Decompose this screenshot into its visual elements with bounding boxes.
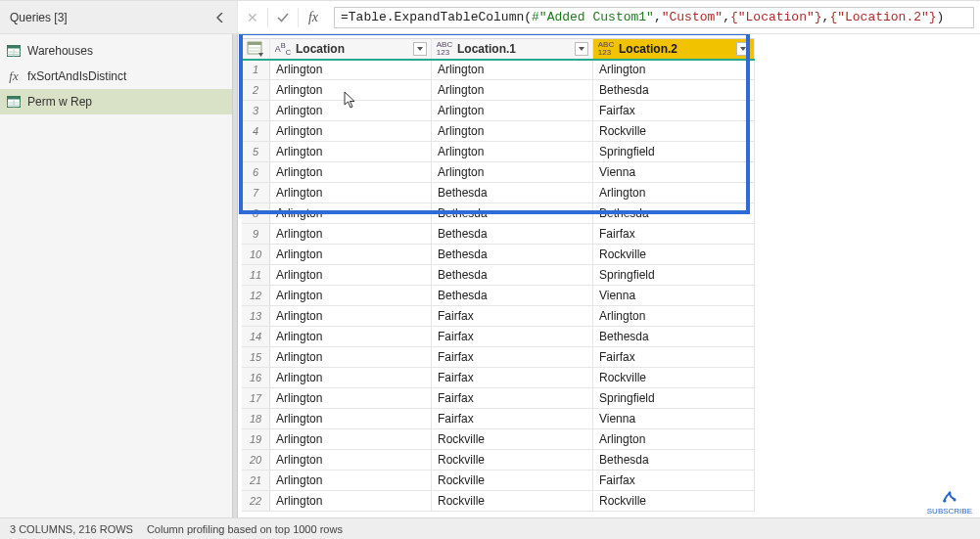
column-filter-button[interactable] [736, 42, 750, 56]
row-number[interactable]: 2 [242, 80, 270, 101]
cell[interactable]: Arlington [432, 121, 593, 142]
cell[interactable]: Springfield [592, 388, 754, 409]
cell[interactable]: Arlington [432, 80, 593, 101]
row-number[interactable]: 18 [242, 409, 270, 429]
row-number[interactable]: 16 [242, 368, 270, 388]
table-row[interactable]: 19ArlingtonRockvilleArlington [242, 429, 755, 450]
cell[interactable]: Arlington [270, 327, 432, 347]
cell[interactable]: Bethesda [592, 327, 754, 347]
table-row[interactable]: 11ArlingtonBethesdaSpringfield [242, 265, 755, 286]
cell[interactable]: Arlington [432, 60, 593, 80]
table-row[interactable]: 1ArlingtonArlingtonArlington [242, 60, 755, 80]
table-row[interactable]: 17ArlingtonFairfaxSpringfield [242, 388, 755, 409]
table-row[interactable]: 9ArlingtonBethesdaFairfax [242, 224, 755, 245]
cell[interactable]: Arlington [270, 388, 432, 409]
cell[interactable]: Arlington [270, 368, 432, 388]
query-item-2[interactable]: Perm w Rep [0, 89, 237, 114]
cell[interactable]: Bethesda [432, 286, 593, 306]
row-number[interactable]: 14 [242, 327, 270, 347]
table-row[interactable]: 7ArlingtonBethesdaArlington [242, 183, 755, 203]
cell[interactable]: Fairfax [432, 306, 593, 327]
cell[interactable]: Springfield [592, 265, 754, 286]
table-row[interactable]: 6ArlingtonArlingtonVienna [242, 162, 755, 183]
cell[interactable]: Rockville [592, 245, 754, 265]
cell[interactable]: Arlington [270, 162, 432, 183]
cell[interactable]: Bethesda [432, 265, 593, 286]
collapse-queries-button[interactable] [213, 11, 227, 24]
table-row[interactable]: 21ArlingtonRockvilleFairfax [242, 471, 755, 491]
cell[interactable]: Rockville [592, 121, 754, 142]
row-number[interactable]: 3 [242, 101, 270, 121]
row-number[interactable]: 5 [242, 142, 270, 162]
table-row[interactable]: 2ArlingtonArlingtonBethesda [242, 80, 755, 101]
cell[interactable]: Bethesda [432, 224, 593, 245]
cell[interactable]: Springfield [592, 142, 754, 162]
row-number[interactable]: 13 [242, 306, 270, 327]
row-number[interactable]: 21 [242, 471, 270, 491]
formula-commit-button[interactable] [268, 1, 298, 33]
cell[interactable]: Fairfax [432, 368, 593, 388]
formula-input[interactable]: = Table.ExpandTableColumn(#"Added Custom… [334, 7, 974, 28]
cell[interactable]: Fairfax [432, 327, 593, 347]
row-number[interactable]: 8 [242, 203, 270, 224]
cell[interactable]: Arlington [592, 183, 754, 203]
row-number[interactable]: 4 [242, 121, 270, 142]
table-row[interactable]: 15ArlingtonFairfaxFairfax [242, 347, 755, 368]
cell[interactable]: Arlington [270, 265, 432, 286]
row-number[interactable]: 12 [242, 286, 270, 306]
cell[interactable]: Arlington [270, 60, 432, 80]
cell[interactable]: Bethesda [592, 203, 754, 224]
cell[interactable]: Arlington [270, 203, 432, 224]
column-header-Location-2[interactable]: ABC123Location.2 [592, 39, 754, 60]
cell[interactable]: Arlington [432, 101, 593, 121]
row-number[interactable]: 7 [242, 183, 270, 203]
table-row[interactable]: 5ArlingtonArlingtonSpringfield [242, 142, 755, 162]
cell[interactable]: Fairfax [432, 388, 593, 409]
table-row[interactable]: 12ArlingtonBethesdaVienna [242, 286, 755, 306]
cell[interactable]: Rockville [592, 368, 754, 388]
data-grid[interactable]: ABCLocationABC123Location.1ABC123Locatio… [242, 38, 755, 512]
cell[interactable]: Arlington [270, 286, 432, 306]
table-row[interactable]: 13ArlingtonFairfaxArlington [242, 306, 755, 327]
row-number[interactable]: 11 [242, 265, 270, 286]
cell[interactable]: Rockville [432, 450, 593, 471]
column-filter-button[interactable] [413, 42, 427, 56]
row-number[interactable]: 20 [242, 450, 270, 471]
formula-cancel-button[interactable]: ✕ [238, 1, 267, 33]
cell[interactable]: Arlington [270, 121, 432, 142]
table-row[interactable]: 4ArlingtonArlingtonRockville [242, 121, 755, 142]
cell[interactable]: Fairfax [592, 101, 754, 121]
formula-fx-button[interactable]: fx [299, 1, 328, 33]
row-number[interactable]: 19 [242, 429, 270, 450]
cell[interactable]: Arlington [270, 183, 432, 203]
row-number[interactable]: 10 [242, 245, 270, 265]
subscribe-badge[interactable]: SUBSCRIBE [927, 487, 972, 516]
table-row[interactable]: 22ArlingtonRockvilleRockville [242, 491, 755, 512]
table-row[interactable]: 16ArlingtonFairfaxRockville [242, 368, 755, 388]
query-item-0[interactable]: Warehouses [0, 38, 237, 64]
row-number[interactable]: 1 [242, 60, 270, 80]
cell[interactable]: Bethesda [592, 80, 754, 101]
cell[interactable]: Vienna [592, 162, 754, 183]
cell[interactable]: Arlington [592, 429, 754, 450]
cell[interactable]: Arlington [432, 162, 593, 183]
cell[interactable]: Arlington [270, 142, 432, 162]
cell[interactable]: Fairfax [592, 471, 754, 491]
column-header-Location[interactable]: ABCLocation [270, 39, 432, 60]
table-row[interactable]: 8ArlingtonBethesdaBethesda [242, 203, 755, 224]
cell[interactable]: Bethesda [592, 450, 754, 471]
query-item-1[interactable]: fxfxSortAndIsDistinct [0, 64, 237, 89]
table-row[interactable]: 10ArlingtonBethesdaRockville [242, 245, 755, 265]
cell[interactable]: Vienna [592, 409, 754, 429]
column-filter-button[interactable] [575, 42, 588, 56]
cell[interactable]: Rockville [432, 471, 593, 491]
cell[interactable]: Arlington [270, 429, 432, 450]
cell[interactable]: Arlington [270, 491, 432, 512]
cell[interactable]: Arlington [270, 450, 432, 471]
table-menu-button[interactable] [242, 39, 269, 59]
cell[interactable]: Rockville [432, 429, 593, 450]
cell[interactable]: Arlington [270, 409, 432, 429]
cell[interactable]: Arlington [270, 347, 432, 368]
cell[interactable]: Bethesda [432, 245, 593, 265]
table-row[interactable]: 20ArlingtonRockvilleBethesda [242, 450, 755, 471]
